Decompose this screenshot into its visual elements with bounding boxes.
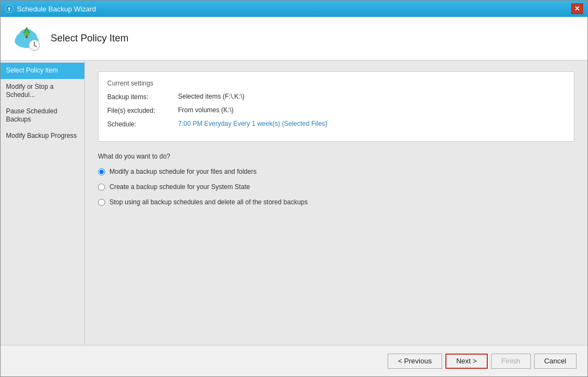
cancel-button[interactable]: Cancel [534,354,577,369]
settings-title: Current settings [107,80,565,87]
app-icon [5,4,14,13]
footer: < Previous Next > Finish Cancel [1,345,587,376]
question-section: What do you want to do? Modify a backup … [98,153,574,206]
schedule-value: 7:00 PM Everyday Every 1 week(s) (Select… [178,120,565,127]
svg-rect-7 [26,35,28,38]
header-bar: Select Policy Item [1,17,587,60]
question-text: What do you want to do? [98,153,574,160]
radio-input-2[interactable] [98,184,105,191]
main-content: Current settings Backup items: Selected … [85,60,587,345]
backup-items-value: Selected items (F:\,K:\) [178,93,565,100]
content-area: Select Policy Item Modify or Stop a Sche… [1,60,587,345]
settings-box: Current settings Backup items: Selected … [98,71,574,142]
title-bar: Schedule Backup Wizard ✕ [1,1,587,17]
next-button[interactable]: Next > [445,354,488,369]
schedule-row: Schedule: 7:00 PM Everyday Every 1 week(… [107,120,565,128]
previous-button[interactable]: < Previous [388,354,442,369]
sidebar-item-modify-progress[interactable]: Modify Backup Progress [1,128,84,144]
wizard-window: Schedule Backup Wizard ✕ Select Policy I… [0,0,588,377]
files-excluded-value: From volumes (K:\) [178,106,565,114]
radio-input-1[interactable] [98,168,105,175]
files-excluded-label: File(s) excluded: [107,106,178,114]
finish-button[interactable]: Finish [491,354,531,369]
backup-icon [11,23,42,54]
radio-option-2[interactable]: Create a backup schedule for your System… [98,183,574,191]
sidebar-item-select-policy[interactable]: Select Policy Item [1,63,84,79]
sidebar-item-modify-stop[interactable]: Modify or Stop a Schedul... [1,79,84,104]
page-title: Select Policy Item [51,33,128,44]
files-excluded-row: File(s) excluded: From volumes (K:\) [107,106,565,114]
radio-option-3[interactable]: Stop using all backup schedules and dele… [98,198,574,206]
schedule-label: Schedule: [107,120,178,128]
backup-items-label: Backup items: [107,93,178,101]
radio-label-1: Modify a backup schedule for your files … [109,168,256,175]
backup-items-row: Backup items: Selected items (F:\,K:\) [107,93,565,101]
sidebar-item-pause-backups[interactable]: Pause Scheduled Backups [1,104,84,128]
close-button[interactable]: ✕ [571,3,583,14]
radio-option-1[interactable]: Modify a backup schedule for your files … [98,168,574,175]
title-bar-text: Schedule Backup Wizard [17,5,96,13]
radio-label-3: Stop using all backup schedules and dele… [109,198,308,206]
radio-label-2: Create a backup schedule for your System… [109,183,250,191]
title-bar-left: Schedule Backup Wizard [5,4,96,13]
sidebar: Select Policy Item Modify or Stop a Sche… [1,60,85,345]
radio-input-3[interactable] [98,199,105,206]
